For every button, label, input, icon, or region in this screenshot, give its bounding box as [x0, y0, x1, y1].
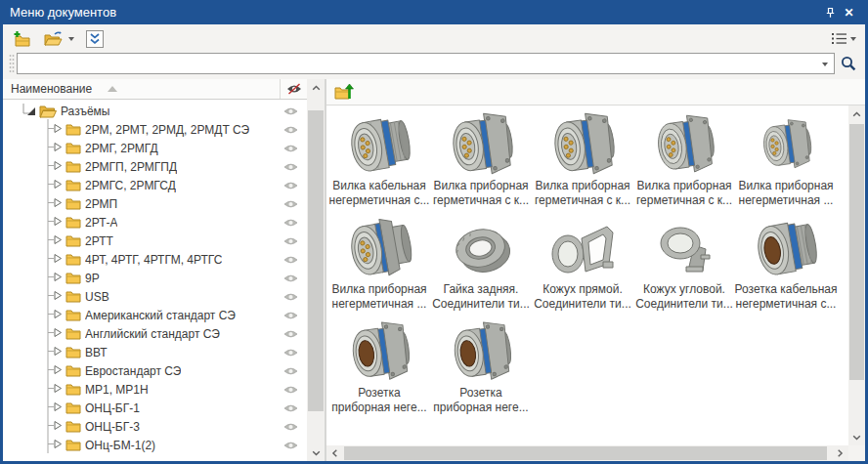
grid-scroll-down-button[interactable]	[848, 429, 865, 445]
tree-item[interactable]: 2РМ, 2РМТ, 2РМД, 2РМДТ СЭ	[3, 120, 307, 139]
tree-scrollbar[interactable]	[307, 79, 325, 461]
tree-item[interactable]: USB	[3, 287, 307, 306]
tree-item[interactable]: ОНЦ-БГ-3	[3, 417, 307, 436]
visibility-eye-icon[interactable]	[283, 236, 298, 246]
tree-item-label: Евростандарт СЭ	[85, 364, 181, 378]
library-item[interactable]: Вилка приборная негерметичная ...	[328, 212, 430, 316]
library-item[interactable]: Вилка приборная герметичная с к...	[532, 108, 633, 212]
search-input[interactable]	[18, 54, 834, 73]
item-label-line1: Розетка	[358, 386, 400, 401]
close-icon[interactable]: ✕	[840, 4, 858, 21]
new-folder-button[interactable]	[10, 27, 34, 51]
view-mode-button[interactable]	[831, 32, 856, 45]
panel-title: Меню документов	[10, 5, 116, 20]
visibility-eye-icon[interactable]	[283, 162, 298, 172]
connector-thumbnail-icon	[342, 316, 416, 386]
grid-vertical-thumb[interactable]	[849, 124, 864, 380]
tree-item[interactable]: Английский стандарт СЭ	[3, 324, 307, 343]
grid-horizontal-thumb[interactable]	[344, 446, 827, 460]
connector-thumbnail-icon	[342, 212, 416, 282]
folder-up-button[interactable]	[331, 80, 357, 104]
visibility-eye-icon[interactable]	[283, 311, 298, 320]
visibility-eye-icon[interactable]	[283, 329, 298, 339]
expand-levels-button[interactable]	[83, 27, 107, 51]
expand-arrow-icon[interactable]	[38, 435, 65, 456]
folder-icon	[65, 364, 81, 377]
library-item[interactable]: Кожух прямой. Соединители ти...	[532, 212, 633, 316]
grid-scroll-left-button[interactable]	[326, 445, 343, 461]
library-item[interactable]: Вилка приборная герметичная с к...	[633, 108, 735, 212]
tree-item[interactable]: ОНц-БМ-1(2)	[3, 436, 307, 454]
item-label-line2: негерметичная ...	[332, 297, 427, 312]
tree-item[interactable]: Евростандарт СЭ	[3, 361, 307, 380]
visibility-eye-icon[interactable]	[283, 125, 298, 135]
library-item[interactable]: Вилка приборная негерметичная ...	[735, 108, 837, 212]
connector-thumbnail-icon	[749, 212, 823, 282]
tree-scroll-up-button[interactable]	[307, 79, 325, 96]
grid-scroll-up-button[interactable]	[848, 105, 865, 122]
visibility-eye-icon[interactable]	[283, 292, 298, 302]
library-item[interactable]: Вилка приборная герметичная с к...	[430, 108, 532, 212]
visibility-eye-icon[interactable]	[283, 199, 298, 209]
tree-root-item[interactable]: Разъёмы	[3, 102, 307, 120]
visibility-eye-icon[interactable]	[283, 422, 298, 432]
grid-horizontal-scrollbar[interactable]	[326, 445, 848, 461]
drag-grip[interactable]	[7, 54, 17, 73]
folder-icon	[65, 142, 81, 154]
library-item[interactable]: Гайка задняя. Соединители ти...	[430, 212, 532, 316]
open-folder-button[interactable]	[40, 27, 65, 51]
item-label-line1: Вилка приборная	[331, 282, 426, 297]
tree-item[interactable]: 2РМП	[3, 194, 307, 213]
eye-slash-icon[interactable]	[281, 83, 307, 95]
open-folder-dropdown[interactable]	[65, 27, 77, 51]
search-dropdown-caret[interactable]	[822, 63, 828, 66]
grid-scroll-right-button[interactable]	[832, 445, 848, 461]
column-header-label: Наименование	[11, 82, 92, 96]
tree-item[interactable]: 2РТТ	[3, 232, 307, 250]
search-button[interactable]	[835, 52, 861, 75]
tree-scrollbar-thumb[interactable]	[308, 110, 324, 411]
folder-icon	[65, 401, 81, 414]
grid-vertical-scrollbar[interactable]	[848, 105, 865, 445]
visibility-eye-icon[interactable]	[283, 403, 298, 413]
tree-column-header[interactable]: Наименование	[3, 79, 307, 100]
tree-item-label: МР1, МР1Н	[85, 383, 149, 397]
library-item[interactable]: Розетка приборная неге...	[328, 316, 430, 419]
tree-scroll-down-button[interactable]	[307, 444, 325, 461]
folder-icon	[65, 420, 81, 433]
tree-item[interactable]: МР1, МР1Н	[3, 380, 307, 399]
library-item[interactable]: Кожух угловой. Соединители ти...	[633, 212, 735, 316]
sort-asc-icon	[108, 86, 117, 92]
tree-item[interactable]: 2РМГП, 2РМГПД	[3, 157, 307, 176]
tree-item-label: 2РМГ, 2РМГД	[85, 142, 158, 155]
visibility-eye-icon[interactable]	[283, 255, 298, 265]
visibility-eye-icon[interactable]	[283, 348, 298, 358]
collapse-marker-icon[interactable]	[15, 101, 38, 122]
visibility-eye-icon[interactable]	[283, 366, 298, 376]
visibility-eye-icon[interactable]	[283, 274, 298, 283]
tree-item[interactable]: ОНЦ-БГ-1	[3, 399, 307, 417]
visibility-eye-icon[interactable]	[283, 218, 298, 228]
library-item[interactable]: Вилка кабельная негерметичная с...	[328, 108, 430, 212]
item-label-line2: негерметичная с...	[736, 297, 837, 312]
tree-item[interactable]: 9Р	[3, 269, 307, 287]
tree-item[interactable]: 2РМГС, 2РМГСД	[3, 176, 307, 194]
tree-item[interactable]: 2РТ-А	[3, 213, 307, 232]
visibility-eye-icon[interactable]	[283, 181, 298, 190]
documents-menu-panel: Меню документов ✕	[0, 0, 868, 464]
item-label-line2: Соединители ти...	[432, 297, 530, 312]
visibility-eye-icon[interactable]	[283, 144, 298, 153]
visibility-eye-icon[interactable]	[283, 106, 298, 116]
visibility-eye-icon[interactable]	[283, 385, 298, 395]
connector-thumbnail-icon	[749, 108, 823, 179]
library-item[interactable]: Розетка приборная неге...	[430, 316, 532, 419]
library-item[interactable]: Розетка кабельная негерметичная с...	[735, 212, 837, 316]
tree-item[interactable]: ВВТ	[3, 343, 307, 361]
panel-toolbar	[3, 24, 865, 53]
tree-item[interactable]: 2РМГ, 2РМГД	[3, 139, 307, 157]
tree-item[interactable]: Американский стандарт СЭ	[3, 306, 307, 324]
pin-icon[interactable]	[821, 4, 840, 21]
tree-item[interactable]: 4РТ, 4РТГ, 4РТГМ, 4РТГС	[3, 250, 307, 269]
visibility-eye-icon[interactable]	[283, 441, 298, 450]
connector-thumbnail-icon	[444, 212, 518, 282]
